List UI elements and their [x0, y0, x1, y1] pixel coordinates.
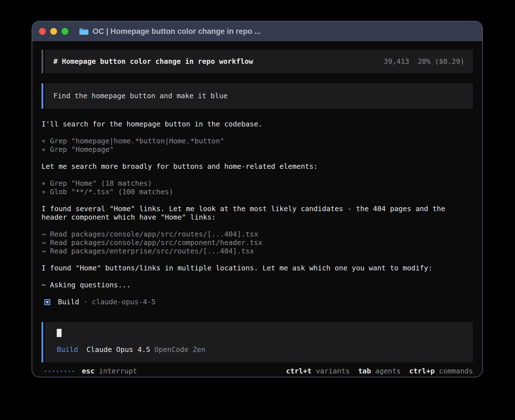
user-message-accent-bar: [42, 83, 43, 109]
shortcut-variants: ctrl+t variants: [286, 367, 350, 375]
shortcut-agents: tab agents: [358, 367, 401, 375]
tool-call-read: → Read packages/console/app/src/componen…: [42, 239, 473, 247]
assistant-text-line: I found "Home" buttons/links in multiple…: [42, 264, 473, 272]
build-agent-icon: [44, 299, 50, 305]
traffic-lights: [39, 28, 68, 35]
folder-icon: [79, 28, 89, 35]
input-provider: OpenCode Zen: [154, 345, 206, 354]
shortcut-key: ctrl+p: [409, 367, 435, 375]
shortcut-key: ctrl+t: [286, 367, 311, 375]
tool-call-read: → Read packages/console/app/src/routes/[…: [42, 230, 473, 239]
shortcut-commands: ctrl+p commands: [409, 367, 473, 375]
user-message: Find the homepage button and make it blu…: [42, 83, 473, 109]
tool-call-glob: ∗ Glob "**/*.tsx" (100 matches): [42, 188, 473, 196]
input-model: Claude Opus 4.5: [86, 345, 150, 354]
assistant-text-line: Let me search more broadly for buttons a…: [42, 162, 473, 171]
window-titlebar[interactable]: OC | Homepage button color change in rep…: [32, 21, 482, 41]
session-stats: 39,413 20% ($0.29): [384, 57, 464, 66]
agent-indicator: Build · claude-opus-4-5: [42, 298, 473, 306]
user-message-text: Find the homepage button and make it blu…: [45, 83, 473, 109]
assistant-text-line: header component which have "Home" links…: [42, 213, 473, 222]
agent-separator: ·: [83, 298, 88, 306]
token-count: 39,413: [384, 57, 409, 66]
shortcut-key: tab: [358, 367, 371, 375]
session-header: # Homepage button color change in repo w…: [42, 50, 473, 73]
tool-call-grep: ∗ Grep "Homepage": [42, 145, 473, 154]
terminal-window: OC | Homepage button color change in rep…: [32, 21, 483, 377]
assistant-response: I'll search for the homepage button in t…: [42, 120, 473, 315]
shortcut-label: variants: [316, 367, 350, 375]
assistant-status-line: ~ Asking questions...: [42, 281, 473, 289]
spinner-dots: [45, 371, 74, 372]
assistant-text-line: I'll search for the homepage button in t…: [42, 120, 473, 128]
tool-call-grep: ∗ Grep "homepage|home.*button|Home.*butt…: [42, 137, 473, 145]
tool-call-read: → Read packages/enterprise/src/routes/[.…: [42, 247, 473, 255]
status-bar: esc interrupt ctrl+t variants tab agents…: [42, 367, 473, 375]
agent-model: claude-opus-4-5: [92, 298, 156, 306]
text-cursor: [57, 329, 62, 337]
context-and-cost: 20% ($0.29): [418, 57, 464, 66]
input-mode: Build: [57, 345, 78, 354]
prompt-accent-bar: [42, 322, 43, 362]
close-button[interactable]: [39, 28, 46, 35]
tool-call-grep: ∗ Grep "Home" (18 matches): [42, 179, 473, 188]
assistant-text-line: I found several "Home" links. Let me loo…: [42, 205, 473, 213]
session-header-accent-bar: [42, 50, 43, 73]
agent-name: Build: [58, 298, 79, 306]
window-title: OC | Homepage button color change in rep…: [93, 27, 261, 36]
terminal-content: # Homepage button color change in repo w…: [32, 41, 482, 377]
shortcut-hints: ctrl+t variants tab agents ctrl+p comman…: [286, 367, 473, 375]
zoom-button[interactable]: [62, 28, 68, 35]
input-mode-line: Build Claude Opus 4.5 OpenCode Zen: [57, 345, 464, 354]
shortcut-label: agents: [375, 367, 401, 375]
esc-action-label: interrupt: [99, 367, 137, 375]
session-title: # Homepage button color change in repo w…: [53, 57, 253, 66]
prompt-input[interactable]: Build Claude Opus 4.5 OpenCode Zen: [42, 322, 473, 362]
esc-key-hint: esc: [82, 367, 95, 375]
shortcut-label: commands: [439, 367, 473, 375]
minimize-button[interactable]: [50, 28, 57, 35]
